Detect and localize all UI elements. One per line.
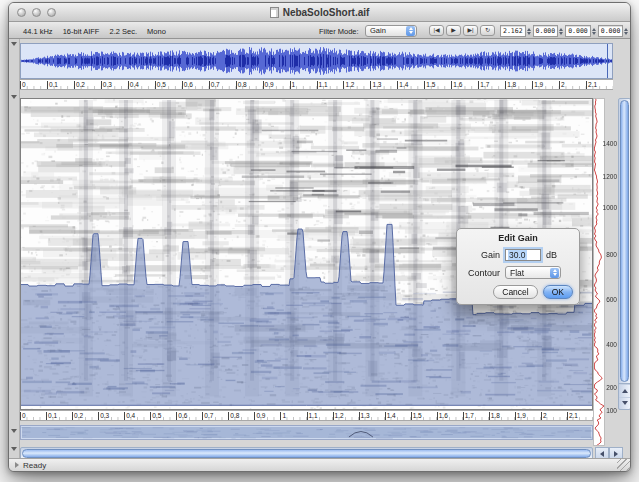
filter-mode-popup[interactable]: Gain xyxy=(365,25,417,37)
contour-popup[interactable]: Flat xyxy=(505,266,561,279)
counter-group: 2.1620.0000.0000.000 xyxy=(498,25,628,37)
play-button[interactable]: ▶ xyxy=(446,25,461,36)
resize-grip[interactable] xyxy=(617,458,630,471)
ruler-tick: 1.2 xyxy=(333,412,344,420)
freq-label: 200 xyxy=(606,383,617,390)
ruler-tick: 2 xyxy=(559,81,565,89)
sample-rate: 44.1 kHz xyxy=(23,27,53,36)
contour-label: Contour xyxy=(461,268,505,278)
status-icon xyxy=(15,462,19,468)
ruler-tick: 0.9 xyxy=(254,412,265,420)
scroll-up-button[interactable] xyxy=(619,384,630,397)
status-bar: Ready xyxy=(9,458,630,471)
horizontal-scrollbar-thumb[interactable] xyxy=(22,449,591,458)
ruler-tick: 0 xyxy=(20,412,26,420)
counter-value: 0.000 xyxy=(565,25,591,37)
contour-value: Flat xyxy=(510,268,524,278)
counter-value: 0.000 xyxy=(598,25,624,37)
ruler-tick: 2.1 xyxy=(586,81,597,89)
ok-button[interactable]: OK xyxy=(543,285,573,299)
time-ruler-bottom[interactable]: 00.10.20.30.40.50.60.70.80.911.11.21.31.… xyxy=(20,410,593,421)
gain-input[interactable]: 30.0 xyxy=(505,249,541,261)
ruler-tick: 0.9 xyxy=(263,81,274,89)
ruler-tick: 1.3 xyxy=(359,412,370,420)
popup-arrows-icon xyxy=(550,268,559,278)
arrow-left-icon xyxy=(600,451,604,457)
ruler-tick: 0.2 xyxy=(72,412,83,420)
ruler-tick: 0.7 xyxy=(202,412,213,420)
loop-button[interactable]: ↻ xyxy=(480,25,495,36)
file-info: 44.1 kHz 16-bit AIFF 2.2 Sec. Mono xyxy=(23,27,174,36)
ruler-tick: 1.7 xyxy=(478,81,489,89)
ruler-tick: 0 xyxy=(20,81,26,89)
ruler-tick: 0.3 xyxy=(101,81,112,89)
ruler-tick: 0.7 xyxy=(209,81,220,89)
app-window: NebaSoloShort.aif 44.1 kHz 16-bit AIFF 2… xyxy=(8,2,631,472)
freq-label: 1400 xyxy=(603,140,617,147)
waveform-overview-canvas[interactable] xyxy=(20,43,613,79)
frequency-axis: 140012001000800600400200100 xyxy=(605,98,618,410)
stepper-icon[interactable] xyxy=(527,28,531,35)
ruler-tick: 2 xyxy=(541,412,547,420)
ruler-tick: 1.8 xyxy=(505,81,516,89)
edit-gain-dialog: Edit Gain Gain 30.0 dB Contour Flat Canc… xyxy=(456,228,580,305)
duration: 2.2 Sec. xyxy=(109,27,137,36)
ruler-tick: 1.6 xyxy=(437,412,448,420)
gain-unit-label: dB xyxy=(546,250,557,260)
freq-label: 800 xyxy=(606,251,617,258)
arrow-right-icon xyxy=(614,451,618,457)
ruler-tick: 0.3 xyxy=(98,412,109,420)
ruler-tick: 0.8 xyxy=(236,81,247,89)
ruler-tick: 0.6 xyxy=(182,81,193,89)
stepper-icon[interactable] xyxy=(559,28,563,35)
freq-label: 100 xyxy=(606,407,617,414)
gain-label: Gain xyxy=(461,250,505,260)
window-title-text: NebaSoloShort.aif xyxy=(283,7,370,18)
status-text: Ready xyxy=(23,461,46,470)
ruler-tick: 1.1 xyxy=(307,412,318,420)
popup-arrows-icon xyxy=(406,26,415,36)
document-icon xyxy=(270,7,279,18)
counter-4[interactable]: 0.000 xyxy=(598,25,629,37)
ruler-tick: 1 xyxy=(290,81,296,89)
disclosure-triangle-ruler[interactable] xyxy=(11,429,17,433)
disclosure-triangle-strip[interactable] xyxy=(11,447,17,451)
stepper-icon[interactable] xyxy=(624,28,628,35)
counter-value: 0.000 xyxy=(533,25,559,37)
counter-1[interactable]: 2.162 xyxy=(500,25,531,37)
stepper-icon[interactable] xyxy=(592,28,596,35)
counter-3[interactable]: 0.000 xyxy=(565,25,596,37)
ruler-tick: 1 xyxy=(280,412,286,420)
go-end-button[interactable]: ▶| xyxy=(463,25,478,36)
time-ruler-top[interactable]: 00.10.20.30.40.50.60.70.80.911.11.21.31.… xyxy=(20,79,613,90)
disclosure-triangle-sonogram[interactable] xyxy=(11,95,17,99)
transport-controls: |◀▶▶|↻ xyxy=(429,25,495,36)
scroll-down-button[interactable] xyxy=(619,397,630,410)
cancel-button[interactable]: Cancel xyxy=(493,285,537,299)
vertical-scrollbar-arrows xyxy=(619,383,630,409)
disclosure-triangle-overview[interactable] xyxy=(11,42,17,46)
filter-mode-label: Filter Mode: xyxy=(319,27,359,36)
ruler-tick: 1.9 xyxy=(515,412,526,420)
dialog-title: Edit Gain xyxy=(457,229,579,243)
frequency-spectrum-canvas xyxy=(593,98,605,446)
go-start-button[interactable]: |◀ xyxy=(429,25,444,36)
vertical-scrollbar[interactable] xyxy=(618,98,631,410)
gain-value: 30.0 xyxy=(508,250,527,260)
ruler-tick: 1.5 xyxy=(424,81,435,89)
counter-2[interactable]: 0.000 xyxy=(533,25,564,37)
contour-strip-canvas[interactable] xyxy=(20,425,593,440)
ruler-tick: 0.4 xyxy=(124,412,135,420)
ruler-tick: 0.1 xyxy=(46,412,57,420)
titlebar[interactable]: NebaSoloShort.aif xyxy=(9,3,630,22)
ruler-tick: 0.8 xyxy=(228,412,239,420)
bit-depth-format: 16-bit AIFF xyxy=(63,27,100,36)
freq-label: 600 xyxy=(606,296,617,303)
arrow-up-icon xyxy=(622,389,628,393)
ruler-tick: 1.4 xyxy=(397,81,408,89)
freq-label: 400 xyxy=(606,341,617,348)
vertical-scrollbar-thumb[interactable] xyxy=(620,100,629,382)
counter-value: 2.162 xyxy=(500,25,526,37)
panel-gutter xyxy=(9,39,20,458)
ruler-tick: 1.9 xyxy=(532,81,543,89)
